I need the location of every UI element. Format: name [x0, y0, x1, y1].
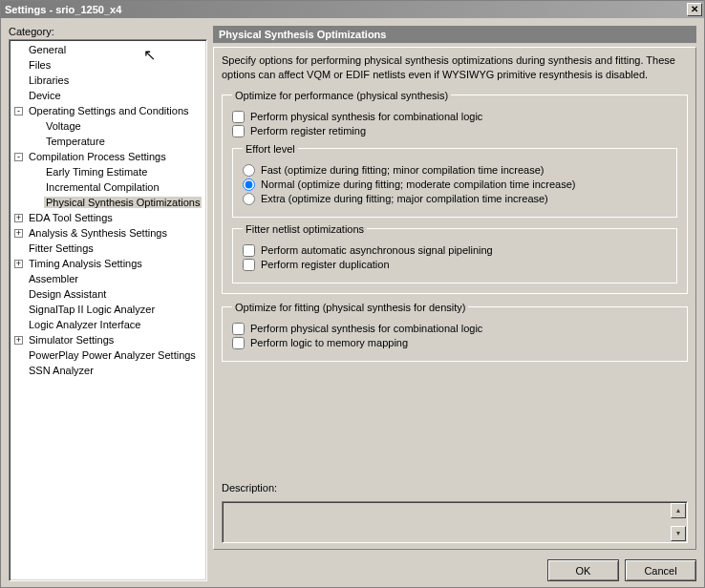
- fit-memory-label: Perform logic to memory mapping: [250, 337, 408, 348]
- ok-button[interactable]: OK: [547, 559, 619, 581]
- perf-combinational-checkbox[interactable]: [232, 111, 245, 123]
- fitter-pipelining-label: Perform automatic asynchronous signal pi…: [261, 244, 493, 256]
- tree-item-label: Design Assistant: [27, 288, 108, 300]
- tree-item[interactable]: -Compilation Process Settings: [11, 149, 205, 164]
- expand-icon[interactable]: +: [14, 336, 23, 345]
- performance-group: Optimize for performance (physical synth…: [222, 90, 688, 294]
- fitting-legend: Optimize for fitting (physical synthesis…: [232, 302, 468, 313]
- performance-legend: Optimize for performance (physical synth…: [232, 90, 451, 101]
- tree-item[interactable]: Device: [11, 88, 205, 103]
- tree-item-label: PowerPlay Power Analyzer Settings: [27, 349, 198, 361]
- tree-item-label: SSN Analyzer: [27, 365, 96, 376]
- tree-item[interactable]: Files: [11, 57, 205, 73]
- category-label: Category:: [9, 26, 207, 37]
- tree-item[interactable]: Fitter Settings: [11, 241, 205, 256]
- tree-item-label: Operating Settings and Conditions: [27, 105, 191, 116]
- tree-item[interactable]: Temperature: [11, 134, 205, 149]
- category-tree[interactable]: ↖ GeneralFilesLibrariesDevice-Operating …: [9, 39, 207, 581]
- tree-item[interactable]: +Timing Analysis Settings: [11, 256, 205, 271]
- expand-icon[interactable]: +: [14, 214, 23, 222]
- tree-item[interactable]: +Simulator Settings: [11, 332, 205, 347]
- tree-item-label: Temperature: [44, 136, 107, 147]
- settings-window: Settings - srio_1250_x4 ✕ Category: ↖ Ge…: [0, 0, 705, 588]
- tree-item[interactable]: Incremental Compilation: [11, 179, 205, 195]
- tree-item-label: Fitter Settings: [27, 242, 96, 254]
- tree-item-label: Device: [27, 90, 63, 101]
- titlebar: Settings - srio_1250_x4 ✕: [1, 1, 704, 18]
- tree-item-label: Logic Analyzer Interface: [27, 319, 142, 330]
- tree-item-label: Libraries: [27, 74, 71, 86]
- effort-extra-label: Extra (optimize during fitting; major co…: [261, 193, 548, 204]
- effort-fast-label: Fast (optimize during fitting; minor com…: [261, 164, 545, 176]
- fit-memory-checkbox[interactable]: [232, 337, 245, 349]
- collapse-icon[interactable]: -: [14, 153, 23, 161]
- tree-item[interactable]: -Operating Settings and Conditions: [11, 103, 205, 118]
- fitter-netlist-legend: Fitter netlist optimizations: [243, 223, 367, 235]
- tree-item-label: Files: [27, 59, 53, 71]
- tree-item[interactable]: Voltage: [11, 118, 205, 134]
- tree-item-label: Early Timing Estimate: [44, 166, 149, 178]
- tree-item[interactable]: Design Assistant: [11, 286, 205, 302]
- content-column: Physical Synthesis Optimizations Specify…: [213, 26, 696, 581]
- tree-item[interactable]: Early Timing Estimate: [11, 164, 205, 179]
- expand-icon[interactable]: +: [14, 260, 23, 268]
- tree-item[interactable]: Assembler: [11, 271, 205, 286]
- effort-legend: Effort level: [243, 143, 298, 155]
- effort-normal-label: Normal (optimize during fitting; moderat…: [261, 178, 576, 190]
- tree-item-label: Voltage: [44, 120, 83, 132]
- tree-item-label: General: [27, 44, 68, 55]
- panel-header: Physical Synthesis Optimizations: [213, 26, 696, 43]
- perf-retiming-checkbox[interactable]: [232, 125, 245, 137]
- tree-item[interactable]: SSN Analyzer: [11, 363, 205, 378]
- description-box[interactable]: ▴ ▾: [222, 501, 688, 543]
- effort-extra-radio[interactable]: [243, 193, 255, 205]
- perf-retiming-label: Perform register retiming: [250, 125, 366, 136]
- fitting-group: Optimize for fitting (physical synthesis…: [222, 302, 688, 362]
- fitter-duplication-label: Perform register duplication: [261, 259, 390, 270]
- button-row: OK Cancel: [213, 554, 696, 581]
- columns: Category: ↖ GeneralFilesLibrariesDevice-…: [9, 26, 696, 581]
- perf-combinational-label: Perform physical synthesis for combinati…: [250, 111, 482, 122]
- description-label: Description:: [222, 482, 688, 494]
- tree-item[interactable]: +EDA Tool Settings: [11, 210, 205, 225]
- fitter-pipelining-checkbox[interactable]: [243, 244, 255, 257]
- tree-item-label: Timing Analysis Settings: [27, 258, 144, 269]
- fitter-netlist-group: Fitter netlist optimizations Perform aut…: [232, 223, 677, 284]
- effort-group: Effort level Fast (optimize during fitti…: [232, 143, 677, 218]
- tree-item-label: Assembler: [27, 273, 80, 284]
- tree-item-label: Compilation Process Settings: [27, 151, 168, 162]
- tree-item-label: Incremental Compilation: [44, 181, 161, 193]
- fitter-duplication-checkbox[interactable]: [243, 259, 255, 271]
- tree-item-label: EDA Tool Settings: [27, 212, 115, 223]
- tree-item[interactable]: Libraries: [11, 73, 205, 88]
- tree-item-label: Analysis & Synthesis Settings: [27, 227, 169, 239]
- dialog-body: Category: ↖ GeneralFilesLibrariesDevice-…: [1, 18, 704, 587]
- tree-item-label: Physical Synthesis Optimizations: [44, 197, 202, 208]
- tree-item[interactable]: SignalTap II Logic Analyzer: [11, 302, 205, 317]
- scroll-up-icon[interactable]: ▴: [671, 503, 686, 518]
- scroll-down-icon[interactable]: ▾: [671, 526, 686, 541]
- category-column: Category: ↖ GeneralFilesLibrariesDevice-…: [9, 26, 207, 581]
- effort-fast-radio[interactable]: [243, 164, 255, 177]
- intro-text: Specify options for performing physical …: [222, 53, 688, 82]
- tree-item[interactable]: Logic Analyzer Interface: [11, 317, 205, 332]
- content-panel: Specify options for performing physical …: [213, 47, 696, 550]
- tree-item[interactable]: General: [11, 42, 205, 57]
- collapse-icon[interactable]: -: [14, 107, 23, 116]
- tree-item[interactable]: PowerPlay Power Analyzer Settings: [11, 347, 205, 363]
- cancel-button[interactable]: Cancel: [625, 559, 696, 581]
- expand-icon[interactable]: +: [14, 229, 23, 238]
- tree-item-label: SignalTap II Logic Analyzer: [27, 304, 157, 315]
- tree-item[interactable]: Physical Synthesis Optimizations: [11, 195, 205, 210]
- tree-item-label: Simulator Settings: [27, 334, 116, 346]
- tree-item[interactable]: +Analysis & Synthesis Settings: [11, 225, 205, 241]
- fit-combinational-checkbox[interactable]: [232, 323, 245, 335]
- fit-combinational-label: Perform physical synthesis for combinati…: [250, 323, 482, 334]
- effort-normal-radio[interactable]: [243, 178, 255, 191]
- window-title: Settings - srio_1250_x4: [5, 4, 687, 15]
- close-icon[interactable]: ✕: [687, 3, 702, 16]
